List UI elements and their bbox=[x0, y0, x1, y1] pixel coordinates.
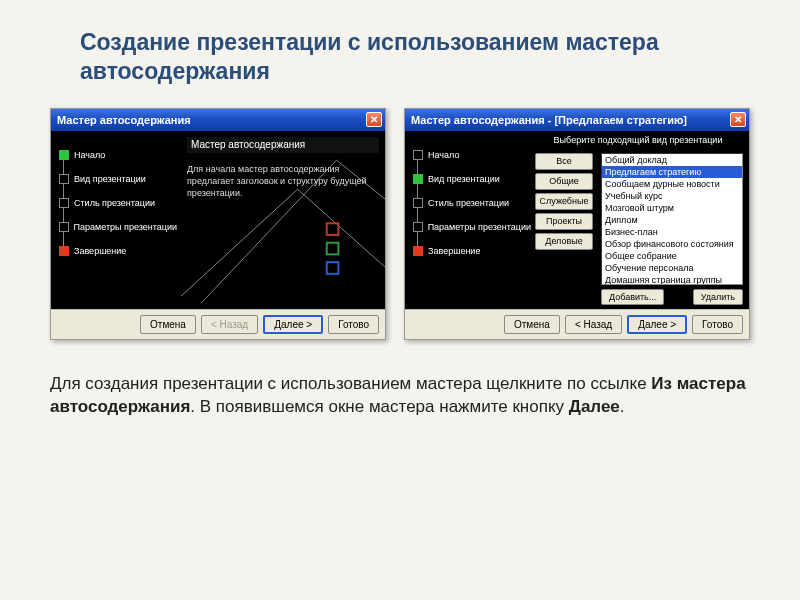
category-corporate-button[interactable]: Служебные bbox=[535, 193, 593, 210]
step-params: Параметры презентации bbox=[413, 215, 531, 239]
step-style: Стиль презентации bbox=[413, 191, 531, 215]
back-button[interactable]: < Назад bbox=[565, 315, 622, 334]
caption-text: . В появившемся окне мастера нажмите кно… bbox=[190, 397, 568, 416]
add-remove-row: Добавить... Удалить bbox=[601, 289, 743, 305]
window-title: Мастер автосодержания bbox=[57, 114, 191, 126]
square-icon bbox=[59, 174, 69, 184]
wizard-footer: Отмена < Назад Далее > Готово bbox=[405, 309, 749, 339]
square-icon bbox=[413, 198, 423, 208]
category-business-button[interactable]: Деловые bbox=[535, 233, 593, 250]
list-item[interactable]: Диплом bbox=[602, 214, 742, 226]
list-item[interactable]: Сообщаем дурные новости bbox=[602, 178, 742, 190]
add-button[interactable]: Добавить... bbox=[601, 289, 664, 305]
svg-rect-2 bbox=[327, 262, 339, 274]
wizard-body: Начало Вид презентации Стиль презентации… bbox=[405, 131, 749, 309]
category-projects-button[interactable]: Проекты bbox=[535, 213, 593, 230]
decorative-lines bbox=[181, 131, 385, 304]
caption-text: Для создания презентации с использование… bbox=[50, 374, 651, 393]
step-finish: Завершение bbox=[413, 239, 531, 263]
svg-rect-0 bbox=[327, 223, 339, 235]
square-icon bbox=[413, 150, 423, 160]
window-title: Мастер автосодержания - [Предлагаем стра… bbox=[411, 114, 687, 126]
square-icon bbox=[59, 150, 69, 160]
svg-rect-1 bbox=[327, 242, 339, 254]
back-button[interactable]: < Назад bbox=[201, 315, 258, 334]
square-icon bbox=[413, 246, 423, 256]
caption-bold: Далее bbox=[569, 397, 620, 416]
list-item[interactable]: Мозговой штурм bbox=[602, 202, 742, 214]
category-buttons: Все Общие Служебные Проекты Деловые bbox=[535, 153, 593, 250]
close-icon[interactable]: ✕ bbox=[366, 112, 382, 127]
step-start: Начало bbox=[413, 143, 531, 167]
step-list: Начало Вид презентации Стиль презентации… bbox=[413, 143, 531, 263]
next-button[interactable]: Далее > bbox=[263, 315, 323, 334]
square-icon bbox=[413, 174, 423, 184]
caption-text: . bbox=[620, 397, 625, 416]
square-icon bbox=[59, 222, 69, 232]
titlebar: Мастер автосодержания ✕ bbox=[51, 109, 385, 131]
step-finish: Завершение bbox=[59, 239, 177, 263]
screenshots-row: Мастер автосодержания ✕ Начало Вид презе… bbox=[50, 108, 750, 340]
step-label: Вид презентации bbox=[74, 174, 146, 184]
square-icon bbox=[413, 222, 423, 232]
prompt-text: Выберите подходящий вид презентации bbox=[535, 135, 741, 145]
category-all-button[interactable]: Все bbox=[535, 153, 593, 170]
step-style: Стиль презентации bbox=[59, 191, 177, 215]
square-icon bbox=[59, 198, 69, 208]
next-button[interactable]: Далее > bbox=[627, 315, 687, 334]
list-item[interactable]: Бизнес-план bbox=[602, 226, 742, 238]
list-item[interactable]: Обзор финансового состояния bbox=[602, 238, 742, 250]
finish-button[interactable]: Готово bbox=[328, 315, 379, 334]
wizard-window-step2: Мастер автосодержания - [Предлагаем стра… bbox=[404, 108, 750, 340]
step-type: Вид презентации bbox=[413, 167, 531, 191]
list-item[interactable]: Общее собрание bbox=[602, 250, 742, 262]
step-type: Вид презентации bbox=[59, 167, 177, 191]
panel-description: Для начала мастер автосодержания предлаг… bbox=[187, 163, 375, 199]
list-item[interactable]: Домашняя страница группы bbox=[602, 274, 742, 285]
step-label: Начало bbox=[428, 150, 459, 160]
close-icon[interactable]: ✕ bbox=[730, 112, 746, 127]
panel-header: Мастер автосодержания bbox=[187, 137, 379, 153]
step-label: Завершение bbox=[428, 246, 480, 256]
category-general-button[interactable]: Общие bbox=[535, 173, 593, 190]
list-item[interactable]: Обучение персонала bbox=[602, 262, 742, 274]
list-item[interactable]: Учебный курс bbox=[602, 190, 742, 202]
finish-button[interactable]: Готово bbox=[692, 315, 743, 334]
step-label: Завершение bbox=[74, 246, 126, 256]
cancel-button[interactable]: Отмена bbox=[504, 315, 560, 334]
remove-button[interactable]: Удалить bbox=[693, 289, 743, 305]
wizard-footer: Отмена < Назад Далее > Готово bbox=[51, 309, 385, 339]
step-list: Начало Вид презентации Стиль презентации… bbox=[59, 143, 177, 263]
template-listbox[interactable]: Общий доклад Предлагаем стратегию Сообща… bbox=[601, 153, 743, 285]
wizard-window-step1: Мастер автосодержания ✕ Начало Вид презе… bbox=[50, 108, 386, 340]
titlebar: Мастер автосодержания - [Предлагаем стра… bbox=[405, 109, 749, 131]
step-start: Начало bbox=[59, 143, 177, 167]
step-label: Параметры презентации bbox=[428, 222, 531, 232]
step-label: Параметры презентации bbox=[74, 222, 177, 232]
step-label: Начало bbox=[74, 150, 105, 160]
wizard-body: Начало Вид презентации Стиль презентации… bbox=[51, 131, 385, 309]
list-item[interactable]: Предлагаем стратегию bbox=[602, 166, 742, 178]
square-icon bbox=[59, 246, 69, 256]
step-label: Стиль презентации bbox=[74, 198, 155, 208]
step-label: Вид презентации bbox=[428, 174, 500, 184]
slide-title: Создание презентации с использованием ма… bbox=[80, 28, 750, 86]
step-label: Стиль презентации bbox=[428, 198, 509, 208]
step-params: Параметры презентации bbox=[59, 215, 177, 239]
list-item[interactable]: Общий доклад bbox=[602, 154, 742, 166]
slide-caption: Для создания презентации с использование… bbox=[50, 372, 750, 420]
cancel-button[interactable]: Отмена bbox=[140, 315, 196, 334]
